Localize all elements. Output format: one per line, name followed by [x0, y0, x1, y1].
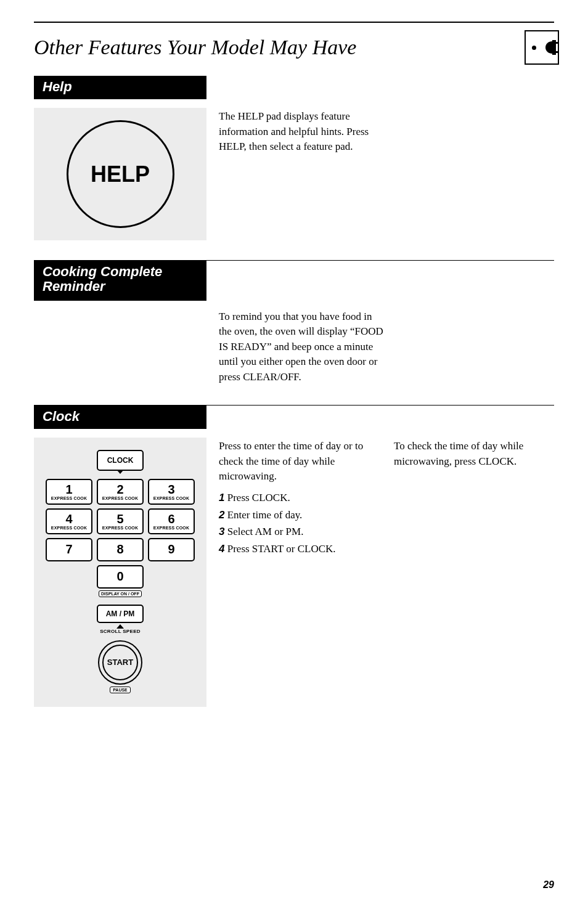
help-button-graphic: HELP — [67, 120, 174, 228]
reminder-header: Cooking Complete Reminder — [34, 261, 206, 300]
start-button-graphic: START — [98, 640, 142, 685]
clock-body-left: Press to enter the time of day or to che… — [219, 438, 382, 707]
keypad-illustration: CLOCK 1EXPRESS COOK 2EXPRESS COOK 3EXPRE… — [34, 438, 206, 707]
clock-header: Clock — [34, 406, 206, 429]
page-title: Other Features Your Model May Have — [34, 36, 356, 59]
reminder-body: To remind you that you have food in the … — [219, 309, 385, 385]
display-onoff-label: DISPLAY ON / OFF — [99, 590, 142, 597]
key-5: 5EXPRESS COOK — [97, 508, 144, 534]
section-help: Help HELP The HELP pad displays feature … — [34, 76, 554, 240]
key-7: 7 — [46, 538, 92, 561]
clock-body-right: To check the time of day while microwavi… — [394, 438, 554, 707]
clock-key: CLOCK — [97, 450, 144, 471]
help-illustration: HELP — [34, 108, 206, 240]
scroll-speed-label: SCROLL SPEED — [100, 629, 141, 634]
plug-icon — [525, 30, 559, 65]
svg-rect-0 — [552, 40, 556, 55]
clock-step-2: 2 Enter time of day. — [219, 508, 382, 523]
clock-intro: Press to enter the time of day or to che… — [219, 439, 382, 484]
svg-rect-1 — [556, 42, 559, 44]
help-header: Help — [34, 76, 206, 99]
help-body: The HELP pad displays feature informatio… — [219, 108, 385, 240]
key-8: 8 — [97, 538, 144, 561]
svg-rect-2 — [556, 51, 559, 53]
page-number: 29 — [543, 879, 554, 891]
key-3: 3EXPRESS COOK — [148, 479, 195, 505]
key-9: 9 — [148, 538, 195, 561]
pause-label: PAUSE — [110, 687, 131, 693]
clock-step-4: 4 Press START or CLOCK. — [219, 542, 382, 557]
key-1: 1EXPRESS COOK — [46, 479, 92, 505]
ampm-key: AM / PM — [97, 605, 144, 623]
key-4: 4EXPRESS COOK — [46, 508, 92, 534]
section-clock: Clock CLOCK 1EXPRESS COOK 2EXPRESS COOK … — [34, 406, 554, 707]
key-6: 6EXPRESS COOK — [148, 508, 195, 534]
section-reminder: Cooking Complete Reminder To remind you … — [34, 261, 554, 385]
clock-step-3: 3 Select AM or PM. — [219, 524, 382, 540]
key-2: 2EXPRESS COOK — [97, 479, 144, 505]
key-0: 0 — [97, 565, 144, 589]
clock-step-1: 1 Press CLOCK. — [219, 491, 382, 506]
triangle-up-icon — [116, 624, 124, 629]
